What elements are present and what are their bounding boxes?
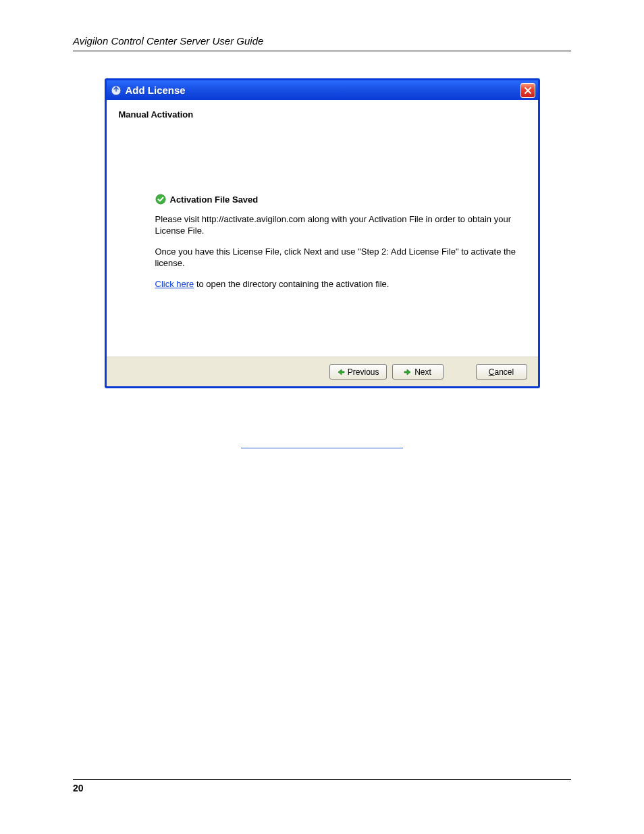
dialog-icon <box>111 85 122 96</box>
dialog-body: Manual Activation Activation File Saved … <box>107 100 538 357</box>
doc-footer: 20 <box>73 779 571 793</box>
doc-header-title: Avigilon Control Center Server User Guid… <box>73 35 571 51</box>
section-title: Manual Activation <box>119 109 526 120</box>
paragraph-1: Please visit http://activate.avigilon.co… <box>155 214 526 237</box>
arrow-right-icon <box>404 368 412 376</box>
next-button[interactable]: Next <box>392 364 444 380</box>
next-label: Next <box>414 367 431 377</box>
paragraph-3: Click here to open the directory contain… <box>155 279 526 290</box>
previous-label: Previous <box>348 367 379 377</box>
cancel-button[interactable]: Cancel <box>476 364 527 380</box>
dialog-title: Add License <box>126 84 186 96</box>
figure-caption-rule <box>241 448 403 448</box>
status-heading: Activation File Saved <box>170 194 259 205</box>
paragraph-2: Once you have this License File, click N… <box>155 246 526 269</box>
doc-header-rule <box>73 51 571 51</box>
dialog-titlebar: Add License <box>107 80 538 100</box>
figure-wrap: Add License Manual Activation <box>73 78 571 388</box>
add-license-dialog: Add License Manual Activation <box>105 78 540 388</box>
dialog-button-bar: Previous Next Cancel <box>107 357 538 386</box>
cancel-label: Cancel <box>489 367 514 377</box>
success-check-icon <box>155 194 166 205</box>
previous-button[interactable]: Previous <box>329 364 387 380</box>
close-button[interactable] <box>520 83 535 98</box>
click-here-link[interactable]: Click here <box>155 279 194 289</box>
status-row: Activation File Saved <box>155 194 526 205</box>
close-icon <box>524 86 532 95</box>
content-block: Activation File Saved Please visit http:… <box>155 194 526 290</box>
arrow-left-icon <box>337 368 345 376</box>
paragraph-3-tail: to open the directory containing the act… <box>194 279 389 289</box>
page-number: 20 <box>73 783 571 793</box>
